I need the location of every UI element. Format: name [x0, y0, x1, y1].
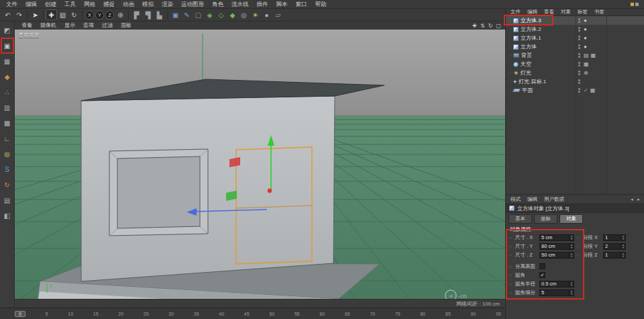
expand-dot-icon[interactable]: ·: [508, 26, 513, 32]
checkbox[interactable]: ✓: [539, 272, 545, 278]
history-back-icon[interactable]: ◄: [630, 197, 634, 201]
viewport-menu-item[interactable]: 查看: [17, 21, 36, 30]
lock-x-icon[interactable]: X: [85, 11, 94, 19]
viewport-menu-item[interactable]: 选项: [79, 21, 98, 30]
attribute-menu-item[interactable]: 编辑: [524, 196, 541, 203]
spinner-icon[interactable]: ▲▼: [569, 244, 574, 249]
checkbox[interactable]: [539, 263, 545, 269]
spinner-icon[interactable]: ▲▼: [621, 235, 625, 240]
attr-tab[interactable]: 对象: [559, 214, 583, 224]
object-row[interactable]: ·背景▤▦: [506, 51, 644, 60]
spinner-icon[interactable]: ▲▼: [569, 253, 574, 258]
texture-mode-icon[interactable]: ▦: [1, 56, 13, 66]
expand-dot-icon[interactable]: ·: [508, 70, 513, 76]
timeline-tick[interactable]: 5: [46, 312, 48, 316]
keyframe-dot-icon[interactable]: ○: [509, 265, 515, 269]
value-field[interactable]: 5▲▼: [539, 289, 574, 296]
phong-tag-icon[interactable]: ●: [584, 26, 587, 32]
add-instance-icon[interactable]: ◇: [215, 9, 227, 20]
keyframe-dot-icon[interactable]: ○: [509, 253, 515, 257]
check-tag-icon[interactable]: ✓: [584, 87, 588, 93]
add-light-icon[interactable]: ☀: [250, 9, 261, 20]
enable-axis-icon[interactable]: ∟: [1, 133, 13, 144]
expand-dot-icon[interactable]: ·: [508, 17, 513, 24]
live-selection-icon[interactable]: ➤: [30, 9, 41, 20]
attribute-menu-item[interactable]: 模式: [507, 196, 524, 203]
history-forward-icon[interactable]: ►: [637, 197, 641, 201]
spinner-icon[interactable]: ▲▼: [621, 253, 625, 258]
object-manager-menu-item[interactable]: 查看: [541, 9, 557, 15]
object-manager-menu-item[interactable]: 编辑: [524, 9, 541, 15]
timeline-tick[interactable]: 40: [219, 312, 224, 316]
value-field[interactable]: 5 cm▲▼: [539, 234, 574, 241]
timeline-tick[interactable]: 75: [395, 312, 400, 316]
object-name[interactable]: 立方体.2: [521, 26, 541, 33]
timeline-tick[interactable]: 55: [294, 312, 300, 316]
layout-palette-icon[interactable]: [631, 3, 639, 6]
object-row[interactable]: ·天空▦: [506, 60, 644, 69]
viewport-solo-icon[interactable]: ◎: [1, 148, 13, 159]
keyframe-dot-icon[interactable]: ○: [509, 282, 515, 286]
object-name[interactable]: 立方体: [521, 43, 537, 50]
expand-dot-icon[interactable]: ·: [508, 52, 513, 58]
phong-tag-icon[interactable]: ●: [584, 44, 587, 50]
phong-tag-icon[interactable]: ●: [584, 35, 587, 41]
visibility-dots[interactable]: [578, 53, 580, 58]
timeline-tick[interactable]: 50: [269, 312, 274, 316]
keyframe-dot-icon[interactable]: ○: [509, 291, 515, 295]
attr-tab[interactable]: 基本: [508, 214, 532, 224]
coordinate-system-icon[interactable]: ⊕: [115, 9, 126, 20]
menubar-item[interactable]: 运动图形: [177, 0, 208, 8]
visibility-dots[interactable]: [578, 79, 580, 84]
spinner-icon[interactable]: ▲▼: [621, 244, 625, 249]
edges-mode-icon[interactable]: ▥: [1, 102, 13, 113]
menubar-item[interactable]: 插件: [253, 0, 272, 8]
add-camera-icon[interactable]: ◎: [238, 9, 250, 20]
texture-tag-icon[interactable]: ▦: [584, 61, 589, 67]
menubar-item[interactable]: 网格: [80, 0, 99, 8]
menubar-item[interactable]: 窗口: [292, 0, 311, 8]
timeline-tick[interactable]: 15: [93, 312, 99, 316]
add-primitive-icon[interactable]: ▣: [170, 9, 181, 20]
menubar-item[interactable]: 工具: [60, 0, 80, 8]
timeline-tick[interactable]: 25: [144, 312, 149, 316]
viewport-canvas[interactable]: y ui -cn 透视视图: [15, 30, 505, 299]
timeline-tick[interactable]: 35: [194, 312, 199, 316]
lock-z-icon[interactable]: Z: [105, 11, 114, 19]
rotate-tool-icon[interactable]: ↻: [68, 9, 80, 20]
enable-snap-icon[interactable]: S: [1, 164, 13, 175]
keyframe-dot-icon[interactable]: ○: [509, 236, 515, 240]
timeline-tick[interactable]: 90: [471, 312, 476, 316]
texture-tag-icon[interactable]: ▦: [590, 87, 596, 93]
menubar-item[interactable]: 角色: [208, 0, 227, 8]
lock-y-icon[interactable]: Y: [95, 11, 104, 19]
keyframe-dot-icon[interactable]: ○: [577, 253, 583, 257]
menubar-item[interactable]: 流水线: [227, 0, 253, 8]
menubar-item[interactable]: 创建: [41, 0, 60, 8]
timeline-tick[interactable]: 20: [118, 312, 123, 316]
value-field[interactable]: 0.5 cm▲▼: [539, 281, 574, 287]
menubar-item[interactable]: 帮助: [311, 0, 331, 8]
spinner-icon[interactable]: ▲▼: [569, 290, 574, 295]
menubar-item[interactable]: 渲染: [158, 0, 177, 8]
visibility-dots[interactable]: [578, 62, 580, 66]
render-settings-icon[interactable]: ▙: [154, 9, 165, 20]
value-field[interactable]: 50 cm▲▼: [539, 252, 574, 259]
menubar-item[interactable]: 脚本: [272, 0, 292, 8]
target-tag-icon[interactable]: ⊕: [584, 70, 588, 76]
dolly-icon[interactable]: ⇅: [480, 23, 485, 29]
paint-mode-icon[interactable]: ◧: [1, 210, 13, 221]
render-view-icon[interactable]: ▛: [131, 9, 142, 20]
keyframe-dot-icon[interactable]: ○: [577, 244, 583, 248]
viewport-view-label[interactable]: 透视视图: [18, 32, 40, 39]
timeline-tick[interactable]: 80: [420, 312, 425, 316]
expand-dot-icon[interactable]: ·: [508, 44, 513, 50]
keyframe-dot-icon[interactable]: ○: [509, 273, 515, 277]
viewport-menu-item[interactable]: 显示: [60, 21, 79, 30]
spinner-icon[interactable]: ▲▼: [569, 235, 574, 240]
points-mode-icon[interactable]: ∴: [1, 87, 13, 97]
phong-tag-icon[interactable]: ●: [584, 17, 587, 24]
object-row[interactable]: ·立方体.3●: [506, 16, 644, 25]
value-field[interactable]: 1▲▼: [603, 252, 626, 259]
object-row[interactable]: ·☀灯光⊕: [506, 69, 644, 77]
